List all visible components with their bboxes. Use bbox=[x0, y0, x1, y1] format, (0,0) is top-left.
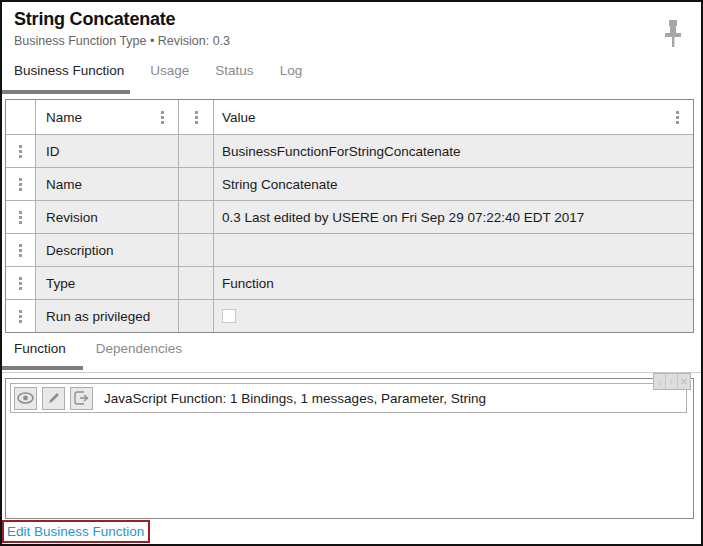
tab-dependencies[interactable]: Dependencies bbox=[96, 341, 182, 356]
row-value-text: Function bbox=[222, 276, 274, 291]
edit-icon bbox=[47, 391, 61, 405]
value-header-label: Value bbox=[222, 110, 256, 125]
row-mid-cell bbox=[179, 135, 214, 167]
main-tabs: Business Function Usage Status Log bbox=[14, 63, 302, 78]
row-name-label: Revision bbox=[46, 210, 98, 225]
row-drag-handle[interactable] bbox=[6, 201, 36, 233]
row-name-label: Type bbox=[46, 276, 75, 291]
row-value-text: String Concatenate bbox=[222, 177, 338, 192]
table-row-run-as-privileged: Run as privileged bbox=[6, 299, 693, 332]
table-row-description: Description bbox=[6, 233, 693, 266]
row-name-label: Description bbox=[46, 243, 114, 258]
row-drag-handle[interactable] bbox=[6, 168, 36, 200]
handle-column-header bbox=[6, 100, 36, 134]
row-name-label: Run as privileged bbox=[46, 309, 150, 324]
drag-handle-icon bbox=[19, 150, 22, 153]
tab-function[interactable]: Function bbox=[14, 341, 66, 356]
row-drag-handle[interactable] bbox=[6, 300, 36, 332]
export-icon bbox=[74, 391, 90, 405]
edit-business-function-link[interactable]: Edit Business Function bbox=[7, 524, 144, 539]
table-row-id: ID BusinessFunctionForStringConcatenate bbox=[6, 134, 693, 167]
row-value-text: BusinessFunctionForStringConcatenate bbox=[222, 144, 461, 159]
row-mid-cell bbox=[179, 201, 214, 233]
row-mid-cell bbox=[179, 267, 214, 299]
row-name-label: Name bbox=[46, 177, 82, 192]
function-item-label: JavaScript Function: 1 Bindings, 1 messa… bbox=[104, 391, 486, 406]
drag-handle-icon bbox=[19, 216, 22, 219]
active-sub-tab-underline bbox=[2, 366, 83, 370]
row-drag-handle[interactable] bbox=[6, 135, 36, 167]
value-column-header: Value bbox=[214, 100, 693, 134]
row-mid-cell bbox=[179, 168, 214, 200]
function-panel: JavaScript Function: 1 Bindings, 1 messa… bbox=[5, 378, 694, 519]
annotation-highlight-box: Edit Business Function bbox=[2, 520, 150, 543]
active-tab-underline bbox=[2, 90, 130, 94]
move-up-icon[interactable]: ↑ bbox=[666, 374, 678, 389]
row-name-label: ID bbox=[46, 144, 60, 159]
sub-tabs-divider bbox=[2, 372, 701, 373]
value-column-menu-icon[interactable] bbox=[676, 116, 679, 119]
move-down-icon[interactable]: ↓ bbox=[654, 374, 666, 389]
drag-handle-icon bbox=[19, 249, 22, 252]
name-header-label: Name bbox=[46, 110, 82, 125]
table-row-type: Type Function bbox=[6, 266, 693, 299]
detail-view-window: String Concatenate Business Function Typ… bbox=[0, 0, 703, 546]
drag-handle-icon bbox=[19, 282, 22, 285]
row-mid-cell bbox=[179, 234, 214, 266]
edit-button[interactable] bbox=[42, 387, 65, 410]
export-button[interactable] bbox=[70, 387, 93, 410]
tab-usage[interactable]: Usage bbox=[150, 63, 189, 78]
item-order-toolbar: ↓ ↑ ✕ bbox=[653, 373, 691, 390]
tab-status[interactable]: Status bbox=[215, 63, 253, 78]
properties-table: Name Value ID BusinessFunctionForStringC… bbox=[5, 99, 694, 333]
tab-business-function[interactable]: Business Function bbox=[14, 63, 124, 78]
name-column-menu-icon[interactable] bbox=[161, 116, 164, 119]
table-header-row: Name Value bbox=[6, 100, 693, 134]
row-mid-cell bbox=[179, 300, 214, 332]
row-drag-handle[interactable] bbox=[6, 234, 36, 266]
view-button[interactable] bbox=[14, 387, 37, 410]
table-row-revision: Revision 0.3 Last edited by USERE on Fri… bbox=[6, 200, 693, 233]
page-subtitle: Business Function Type • Revision: 0.3 bbox=[14, 34, 230, 48]
function-list-item[interactable]: JavaScript Function: 1 Bindings, 1 messa… bbox=[10, 383, 687, 413]
drag-handle-icon bbox=[19, 183, 22, 186]
close-icon[interactable]: ✕ bbox=[678, 374, 690, 389]
drag-handle-icon bbox=[19, 315, 22, 318]
name-column-header: Name bbox=[36, 100, 179, 134]
view-icon bbox=[17, 392, 34, 404]
tab-log[interactable]: Log bbox=[280, 63, 303, 78]
page-title: String Concatenate bbox=[14, 9, 175, 30]
sub-tabs: Function Dependencies bbox=[14, 341, 182, 356]
table-row-name: Name String Concatenate bbox=[6, 167, 693, 200]
mid-column-header bbox=[179, 100, 214, 134]
mid-column-menu-icon[interactable] bbox=[195, 116, 198, 119]
pin-icon[interactable] bbox=[662, 19, 684, 49]
run-as-privileged-checkbox[interactable] bbox=[222, 309, 236, 323]
row-value-text: 0.3 Last edited by USERE on Fri Sep 29 0… bbox=[222, 210, 584, 225]
row-drag-handle[interactable] bbox=[6, 267, 36, 299]
